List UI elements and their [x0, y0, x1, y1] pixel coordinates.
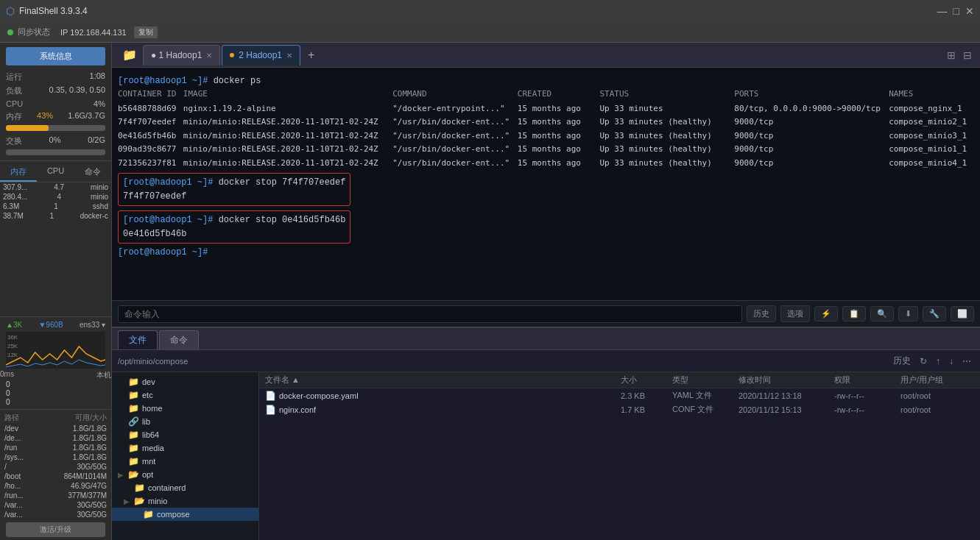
file-icon-yaml: 📄: [265, 391, 276, 401]
stat-runtime: 运行 1:08: [0, 70, 111, 84]
list-item: 307.9...4.7minio: [0, 182, 111, 192]
command-bar: 历史 选项 ⚡ 📋 🔍 ⬇ 🔧 ⬜: [112, 300, 980, 327]
tab-files[interactable]: 文件: [118, 330, 158, 349]
list-item: 38.7M1docker-c: [0, 211, 111, 221]
tab-close-1[interactable]: ✕: [206, 51, 212, 60]
file-upload-icon[interactable]: ↑: [933, 355, 943, 368]
list-item: 6.3M1sshd: [0, 202, 111, 211]
lightning-button[interactable]: ⚡: [814, 306, 838, 321]
app-title: FinalShell 3.9.3.4: [19, 6, 88, 16]
folder-icon[interactable]: 📁: [118, 48, 141, 62]
close-button[interactable]: ✕: [965, 5, 974, 17]
tab-commands[interactable]: 命令: [159, 330, 199, 349]
list-item[interactable]: 📁 mnt: [112, 455, 258, 468]
net-up: ▲3K: [6, 321, 22, 329]
tab-active-dot: [230, 53, 234, 57]
activate-button[interactable]: 激活/升级: [6, 522, 105, 537]
counter-3: 0: [0, 398, 111, 407]
app-icon: ⬡: [6, 5, 15, 17]
file-panel: /opt/minio/compose 历史 ↻ ↑ ↓ ⋯ 📁: [112, 350, 980, 540]
maximize-button[interactable]: □: [953, 5, 959, 17]
list-item[interactable]: ▶ 📂 opt: [112, 468, 258, 481]
stat-cpu: CPU 4%: [0, 98, 111, 110]
tab-cpu[interactable]: CPU: [37, 163, 74, 182]
tab-command[interactable]: 命令: [74, 163, 111, 182]
list-item[interactable]: 📁 containerd: [112, 481, 258, 494]
system-info-button[interactable]: 系统信息: [6, 47, 105, 65]
highlighted-block-1: [root@hadoop1 ~]# docker stop 7f4f707eed…: [118, 173, 350, 206]
memory-bar-fill: [6, 125, 49, 131]
network-chart: 36K 25K 12K: [6, 332, 105, 369]
settings-button[interactable]: 🔧: [923, 306, 946, 321]
copy-ip-button[interactable]: 复制: [134, 26, 158, 38]
tab-label-2: 2 Hadoop1: [239, 50, 282, 60]
table-row: 721356237f81 minio/minio:RELEASE.2020-11…: [118, 157, 974, 171]
clipboard-button[interactable]: 📋: [842, 306, 866, 321]
list-item: /sys...1.8G/1.8G: [0, 452, 111, 462]
list-item[interactable]: 📁 compose: [112, 508, 258, 521]
sync-label: 同步状态: [18, 26, 50, 38]
grid-view-icon[interactable]: ⊞: [945, 48, 958, 63]
process-tabs[interactable]: 内存 CPU 命令: [0, 163, 111, 182]
tab-add-button[interactable]: +: [302, 49, 320, 62]
titlebar: ⬡ FinalShell 3.9.3.4 — □ ✕: [0, 0, 980, 22]
file-download-icon[interactable]: ↓: [946, 355, 956, 368]
tab-hadoop1-1[interactable]: ● 1 Hadoop1 ✕: [143, 45, 220, 65]
list-item[interactable]: 📁 etc: [112, 388, 258, 402]
tab-bar: 📁 ● 1 Hadoop1 ✕ 2 Hadoop1 ✕ + ⊞ ⊟: [112, 43, 980, 68]
list-item[interactable]: 📁 home: [112, 402, 258, 415]
file-history-button[interactable]: 历史: [890, 353, 914, 369]
disk-list: 路径可用/大小 /dev1.8G/1.8G /de...1.8G/1.8G /r…: [0, 412, 111, 519]
memory-bar: [6, 125, 105, 131]
list-item[interactable]: 🔗 lib: [112, 415, 258, 428]
list-item: /boot864M/1014M: [0, 472, 111, 481]
file-list-header: 文件名 ▲ 大小 类型 修改时间 权限 用户/用户组: [259, 372, 980, 388]
download-button[interactable]: ⬇: [898, 306, 918, 321]
sidebar-divider-2: [0, 316, 111, 317]
counter-1: 0: [0, 380, 111, 389]
table-row: 090ad39c8677 minio/minio:RELEASE.2020-11…: [118, 143, 974, 157]
net-down: ▼960B: [38, 321, 63, 329]
sync-ip: IP 192.168.44.131: [60, 28, 127, 37]
table-row: 7f4f707eedef minio/minio:RELEASE.2020-11…: [118, 116, 974, 129]
stop-button[interactable]: ⬜: [951, 306, 974, 321]
file-list: 文件名 ▲ 大小 类型 修改时间 权限 用户/用户组 📄 docker-: [259, 372, 980, 540]
split-view-icon[interactable]: ⊟: [961, 48, 974, 63]
search-button[interactable]: 🔍: [870, 306, 894, 321]
syncbar: 同步状态 IP 192.168.44.131 复制: [0, 22, 980, 43]
content-area: 📁 ● 1 Hadoop1 ✕ 2 Hadoop1 ✕ + ⊞ ⊟ [root@…: [112, 43, 980, 540]
list-item[interactable]: 📄 nginx.conf 1.7 KB CONF 文件 2020/11/12 1…: [259, 402, 980, 416]
sidebar: 系统信息 运行 1:08 负载 0.35, 0.39, 0.50 CPU 4% …: [0, 43, 112, 540]
list-item: /ho...46.9G/47G: [0, 481, 111, 491]
tab-memory[interactable]: 内存: [0, 163, 37, 182]
command-input[interactable]: [118, 305, 742, 323]
history-button[interactable]: 历史: [747, 305, 776, 322]
list-item[interactable]: 📄 docker-compose.yaml 2.3 KB YAML 文件 202…: [259, 388, 980, 402]
terminal: [root@hadoop1 ~]# docker ps CONTAINER ID…: [112, 68, 980, 300]
list-item: /dev1.8G/1.8G: [0, 424, 111, 433]
list-item[interactable]: 📁 lib64: [112, 428, 258, 441]
term-prompt-end: [root@hadoop1 ~]#: [118, 246, 974, 259]
title-controls[interactable]: — □ ✕: [937, 5, 974, 17]
term-stop-2: [root@hadoop1 ~]# docker stop 0e416d5fb4…: [123, 213, 345, 227]
file-path-label: /opt/minio/compose: [118, 357, 887, 366]
list-item[interactable]: 📁 media: [112, 441, 258, 455]
term-output-1: 7f4f707eedef: [123, 190, 345, 203]
latency-label: 0ms 本机: [0, 370, 111, 380]
tab-toolbar-right: ⊞ ⊟: [945, 48, 974, 63]
tab-hadoop1-2[interactable]: 2 Hadoop1 ✕: [222, 45, 300, 65]
process-list: 307.9...4.7minio 280.4...4minio 6.3M1ssh…: [0, 182, 111, 314]
tab-close-2[interactable]: ✕: [286, 51, 292, 60]
net-interface: ens33 ▾: [80, 321, 105, 329]
list-item: /30G/50G: [0, 462, 111, 472]
disk-list-header: 路径可用/大小: [0, 412, 111, 424]
title-left: ⬡ FinalShell 3.9.3.4: [6, 5, 88, 17]
file-refresh-icon[interactable]: ↻: [917, 355, 930, 368]
options-button[interactable]: 选项: [780, 305, 810, 322]
svg-text:25K: 25K: [7, 343, 18, 349]
list-item[interactable]: ▶ 📂 minio: [112, 494, 258, 508]
file-more-icon[interactable]: ⋯: [959, 355, 974, 368]
list-item[interactable]: 📁 dev: [112, 375, 258, 388]
minimize-button[interactable]: —: [937, 5, 948, 17]
highlighted-block-2: [root@hadoop1 ~]# docker stop 0e416d5fb4…: [118, 210, 350, 244]
